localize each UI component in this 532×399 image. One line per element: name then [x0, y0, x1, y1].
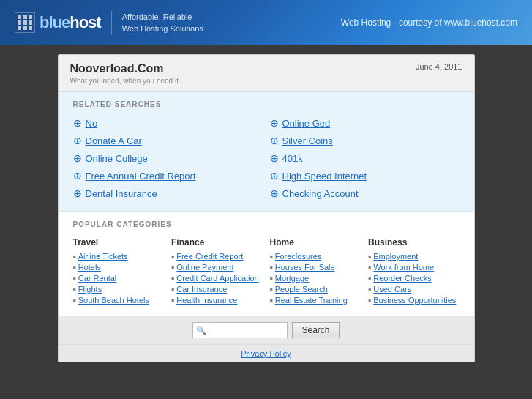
- category-col-finance: Finance Free Credit Report Online Paymen…: [171, 237, 263, 307]
- arrow-icon: ⊕: [73, 152, 82, 164]
- list-item: ⊕401k: [270, 152, 460, 164]
- category-link[interactable]: Work from Home: [373, 263, 434, 272]
- list-item: ⊕Free Annual Credit Report: [73, 170, 263, 182]
- category-link[interactable]: Real Estate Training: [275, 296, 348, 305]
- category-title-home: Home: [270, 237, 361, 247]
- content-box: Nooverload.Com What you need, when you n…: [58, 54, 475, 362]
- search-bar: 🔍 Search: [59, 316, 474, 345]
- category-link[interactable]: Flights: [78, 285, 102, 294]
- list-item: Credit Card Application: [171, 274, 263, 283]
- related-link[interactable]: Silver Coins: [282, 135, 333, 146]
- related-searches-section: RELATED SEARCHES ⊕No ⊕Online Ged ⊕Donate…: [59, 92, 474, 212]
- related-link[interactable]: No: [86, 118, 98, 129]
- logo-text: bluehost: [40, 13, 101, 32]
- list-item: Foreclosures: [270, 252, 361, 261]
- footer: Privacy Policy: [59, 345, 474, 362]
- categories-grid: Travel Airline Tickets Hotels Car Rental…: [73, 237, 460, 307]
- logo-grid-icon: [15, 12, 35, 33]
- related-searches-grid: ⊕No ⊕Online Ged ⊕Donate A Car ⊕Silver Co…: [73, 117, 460, 199]
- category-link[interactable]: Used Cars: [373, 285, 411, 294]
- arrow-icon: ⊕: [270, 170, 279, 182]
- list-item: ⊕High Speed Internet: [270, 170, 460, 182]
- list-item: South Beach Hotels: [73, 296, 165, 305]
- category-link[interactable]: South Beach Hotels: [78, 296, 149, 305]
- related-link[interactable]: Dental Insurance: [86, 188, 157, 199]
- list-item: Real Estate Training: [270, 296, 361, 305]
- list-item: Business Opportunities: [368, 296, 460, 305]
- category-link[interactable]: Foreclosures: [275, 252, 322, 261]
- categories-section: POPULAR CATEGORIES Travel Airline Ticket…: [59, 212, 474, 316]
- site-date: June 4, 2011: [416, 62, 462, 71]
- category-link[interactable]: Business Opportunities: [373, 296, 456, 305]
- related-link[interactable]: Donate A Car: [86, 135, 142, 146]
- main-wrapper: Nooverload.Com What you need, when you n…: [0, 45, 532, 399]
- list-item: People Search: [270, 285, 361, 294]
- logo-blue-part: blue: [40, 13, 70, 31]
- category-link[interactable]: Airline Tickets: [78, 252, 128, 261]
- related-link[interactable]: Online Ged: [282, 118, 331, 129]
- list-item: Work from Home: [368, 263, 460, 272]
- arrow-icon: ⊕: [270, 117, 279, 129]
- arrow-icon: ⊕: [270, 187, 279, 199]
- related-link[interactable]: 401k: [282, 153, 303, 164]
- category-title-finance: Finance: [171, 237, 263, 247]
- category-col-home: Home Foreclosures Houses For Sale Mortga…: [270, 237, 361, 307]
- list-item: ⊕Online Ged: [270, 117, 460, 129]
- category-title-travel: Travel: [73, 237, 165, 247]
- category-link[interactable]: Health Insurance: [176, 296, 237, 305]
- related-link[interactable]: Free Annual Credit Report: [86, 171, 196, 182]
- category-link[interactable]: Free Credit Report: [176, 252, 243, 261]
- tagline-line1: Affordable, Reliable: [122, 11, 203, 23]
- arrow-icon: ⊕: [73, 117, 82, 129]
- list-item: ⊕Donate A Car: [73, 135, 263, 146]
- list-item: ⊕Online College: [73, 152, 263, 164]
- site-header: Nooverload.Com What you need, when you n…: [59, 55, 474, 92]
- list-item: Car Insurance: [171, 285, 263, 294]
- list-item: Flights: [73, 285, 165, 294]
- list-item: Airline Tickets: [73, 252, 165, 261]
- category-link[interactable]: Credit Card Application: [176, 274, 259, 283]
- category-link[interactable]: Online Payment: [176, 263, 233, 272]
- category-link[interactable]: Mortgage: [275, 274, 309, 283]
- search-icon: 🔍: [196, 326, 206, 335]
- header-right-text: Web Hosting - courtesy of www.bluehost.c…: [341, 18, 517, 28]
- search-button[interactable]: Search: [292, 322, 339, 338]
- category-link[interactable]: Car Insurance: [176, 285, 227, 294]
- header: bluehost Affordable, Reliable Web Hostin…: [0, 0, 532, 45]
- arrow-icon: ⊕: [73, 135, 82, 146]
- category-list-business: Employment Work from Home Reorder Checks…: [368, 252, 460, 305]
- category-link[interactable]: Hotels: [78, 263, 101, 272]
- tagline-line2: Web Hosting Solutions: [122, 23, 203, 35]
- header-left: bluehost Affordable, Reliable Web Hostin…: [15, 11, 203, 35]
- site-subtitle: What you need, when you need it: [70, 77, 179, 85]
- list-item: Employment: [368, 252, 460, 261]
- list-item: ⊕Silver Coins: [270, 135, 460, 146]
- category-list-home: Foreclosures Houses For Sale Mortgage Pe…: [270, 252, 361, 305]
- privacy-policy-link[interactable]: Privacy Policy: [241, 349, 291, 358]
- search-input[interactable]: [192, 322, 288, 338]
- category-link[interactable]: People Search: [275, 285, 328, 294]
- logo-white-part: host: [70, 13, 100, 31]
- search-input-wrapper: 🔍: [192, 322, 288, 338]
- category-link[interactable]: Employment: [373, 252, 418, 261]
- bluehost-logo: bluehost: [15, 12, 101, 33]
- list-item: Car Rental: [73, 274, 165, 283]
- related-link[interactable]: Checking Account: [282, 188, 359, 199]
- site-info: Nooverload.Com What you need, when you n…: [70, 62, 179, 85]
- site-title: Nooverload.Com: [70, 62, 179, 75]
- list-item: Health Insurance: [171, 296, 263, 305]
- categories-label: POPULAR CATEGORIES: [73, 220, 460, 228]
- arrow-icon: ⊕: [270, 152, 279, 164]
- category-col-travel: Travel Airline Tickets Hotels Car Rental…: [73, 237, 165, 307]
- related-searches-label: RELATED SEARCHES: [73, 100, 460, 108]
- related-link[interactable]: Online College: [86, 153, 148, 164]
- related-link[interactable]: High Speed Internet: [282, 171, 367, 182]
- category-col-business: Business Employment Work from Home Reord…: [368, 237, 460, 307]
- category-link[interactable]: Houses For Sale: [275, 263, 335, 272]
- category-link[interactable]: Car Rental: [78, 274, 117, 283]
- category-link[interactable]: Reorder Checks: [373, 274, 431, 283]
- arrow-icon: ⊕: [73, 170, 82, 182]
- list-item: Free Credit Report: [171, 252, 263, 261]
- list-item: ⊕Dental Insurance: [73, 187, 263, 199]
- header-tagline: Affordable, Reliable Web Hosting Solutio…: [111, 11, 203, 35]
